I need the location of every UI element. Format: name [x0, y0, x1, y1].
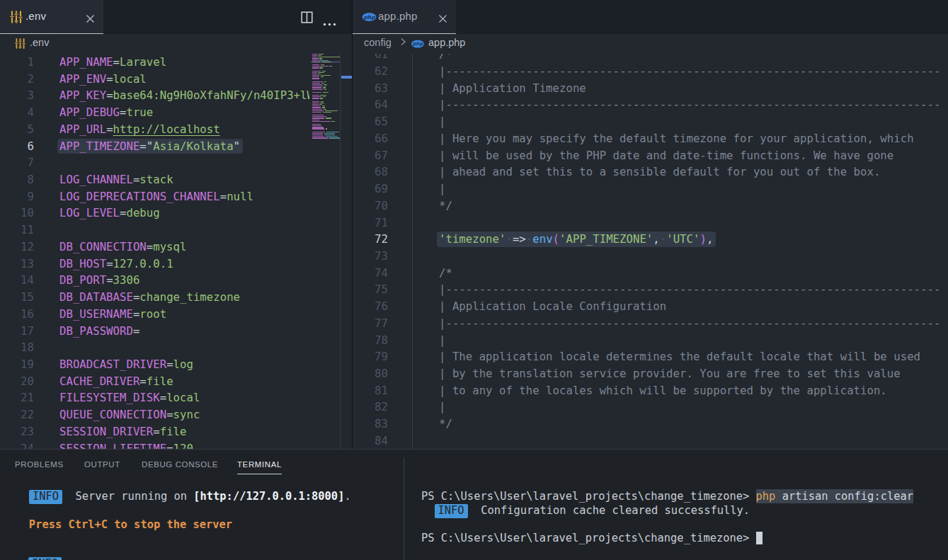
minimap-line [312, 87, 340, 88]
php-icon: php [362, 10, 376, 24]
minimap-line [312, 83, 340, 84]
code-line[interactable]: | [439, 399, 445, 416]
tab-env[interactable]: .env [0, 0, 103, 34]
line-number: 15 [0, 289, 34, 306]
line-number: 66 [353, 130, 388, 147]
terminal-split-divider[interactable] [404, 457, 404, 560]
code-line[interactable]: | Application Timezone [439, 80, 586, 97]
line-number: 10 [0, 205, 34, 222]
panel-tab-problems[interactable]: PROBLEMS [15, 459, 64, 469]
minimap-line [312, 121, 340, 122]
code-line[interactable]: DB_HOST=127.0.0.1 [59, 256, 173, 273]
code-line[interactable]: CACHE_DRIVER=file [59, 373, 173, 390]
terminal-line: INFO Server running on [http://127.0.0.1… [23, 490, 351, 504]
breadcrumb-file[interactable]: .env [30, 37, 49, 48]
editor-env[interactable]: 1APP_NAME=Laravel2APP_ENV=local3APP_KEY=… [0, 54, 352, 449]
tab-app-php-close-icon[interactable] [438, 13, 448, 24]
code-line[interactable]: DB_PORT=3306 [59, 272, 139, 289]
code-line[interactable]: DB_DATABASE=change_timezone [59, 289, 240, 306]
panel: PROBLEMSOUTPUTDEBUG CONSOLETERMINAL INFO… [0, 449, 948, 560]
panel-tab-output[interactable]: OUTPUT [84, 459, 120, 469]
vscode-window: .env [0, 0, 948, 560]
code-line[interactable]: 'timezone'·=>·env('APP_TIMEZONE',·'UTC')… [439, 231, 713, 248]
code-line[interactable]: | [439, 181, 445, 198]
line-number: 18 [0, 339, 34, 356]
code-line[interactable]: SESSION_LIFETIME=120 [59, 440, 193, 449]
code-line[interactable]: BROADCAST_DRIVER=log [59, 356, 193, 373]
editor-group-left: .env [0, 0, 352, 449]
dotenv-sliders-icon[interactable] [14, 38, 28, 50]
code-line[interactable]: | The application locale determines the … [439, 348, 920, 365]
php-icon[interactable]: php [411, 38, 425, 50]
code-line[interactable]: */ [439, 416, 452, 433]
code-line[interactable]: | Here you may specify the default timez… [439, 130, 914, 147]
minimap-line [312, 136, 340, 137]
tab-env-close-icon[interactable] [85, 13, 96, 24]
code-line[interactable]: APP_DEBUG=true [59, 104, 153, 121]
minimap-line [312, 107, 340, 108]
code-line[interactable]: DB_USERNAME=root [59, 306, 166, 323]
minimap-line [312, 78, 340, 79]
code-line[interactable]: |---------------------------------------… [439, 315, 940, 332]
breadcrumb-folder[interactable]: config [364, 37, 392, 48]
minimap-line [312, 115, 340, 115]
code-line[interactable]: APP_URL=http://localhost [59, 121, 220, 138]
code-line[interactable]: DB_CONNECTION=mysql [59, 239, 186, 256]
line-number: 68 [353, 164, 388, 181]
code-line[interactable]: */ [439, 198, 452, 215]
code-line[interactable]: | ahead and set this to a sensible defau… [439, 164, 880, 181]
code-line[interactable]: QUEUE_CONNECTION=sync [59, 406, 200, 423]
line-number: 14 [0, 272, 34, 289]
panel-tab-debug-console[interactable]: DEBUG CONSOLE [142, 459, 218, 469]
code-line[interactable]: | [439, 332, 445, 349]
minimap-line [312, 60, 340, 61]
line-number: 24 [0, 440, 34, 449]
code-line[interactable]: | Application Locale Configuration [439, 298, 666, 315]
minimap-line [312, 71, 340, 72]
code-line[interactable]: | to any of the locales which will be su… [439, 382, 887, 399]
line-number: 12 [0, 239, 34, 256]
svg-text:php: php [363, 14, 375, 21]
code-line[interactable]: /* [439, 54, 452, 63]
line-number: 23 [0, 423, 34, 440]
code-line[interactable]: |---------------------------------------… [439, 63, 940, 80]
code-line[interactable]: FILESYSTEM_DISK=local [59, 389, 200, 406]
line-number: 79 [353, 348, 388, 365]
code-line[interactable]: APP_TIMEZONE="Asia/Kolkata" [59, 138, 240, 155]
code-line[interactable]: LOG_LEVEL=debug [59, 205, 160, 222]
code-line[interactable]: APP_KEY=base64:Ng9H0oXfahNFy/n40IP3+lW [59, 87, 314, 104]
editor-app-php[interactable]: 61/*62|---------------------------------… [353, 54, 948, 449]
code-line[interactable]: LOG_DEPRECATIONS_CHANNEL=null [59, 188, 253, 205]
code-line[interactable]: | by the translation service provider. Y… [439, 365, 901, 382]
panel-tab-terminal[interactable]: TERMINAL [237, 459, 282, 474]
code-line[interactable]: |---------------------------------------… [439, 96, 940, 113]
minimap[interactable] [309, 54, 352, 449]
code-line[interactable]: | [439, 113, 445, 130]
svg-text:php: php [413, 41, 424, 47]
line-number: 20 [0, 373, 34, 390]
code-line[interactable]: | will be used by the PHP date and date-… [439, 147, 893, 164]
line-number: 22 [0, 406, 34, 423]
minimap-line [312, 96, 340, 97]
info-badge: INFO [28, 557, 62, 560]
code-line[interactable]: LOG_CHANNEL=stack [59, 171, 173, 188]
code-line[interactable]: |---------------------------------------… [439, 281, 940, 298]
line-number: 21 [0, 389, 34, 406]
line-number: 11 [0, 222, 34, 239]
breadcrumb-file[interactable]: app.php [428, 37, 465, 48]
minimap-line [312, 124, 340, 125]
minimap-line [312, 116, 340, 117]
code-line[interactable]: SESSION_DRIVER=file [59, 423, 186, 440]
split-editor-icon[interactable] [301, 11, 313, 26]
line-number: 64 [353, 96, 388, 113]
tab-app-php[interactable]: php app.php [353, 0, 456, 34]
minimap-line [312, 58, 340, 59]
code-line[interactable]: APP_ENV=local [59, 71, 147, 88]
code-line[interactable]: APP_NAME=Laravel [59, 54, 166, 71]
terminal-cursor [756, 532, 763, 544]
editor-group-divider[interactable] [352, 0, 353, 449]
code-line[interactable]: DB_PASSWORD= [59, 323, 139, 340]
minimap-line [312, 137, 340, 138]
code-line[interactable]: /* [439, 265, 452, 282]
more-actions-icon[interactable] [323, 17, 336, 30]
